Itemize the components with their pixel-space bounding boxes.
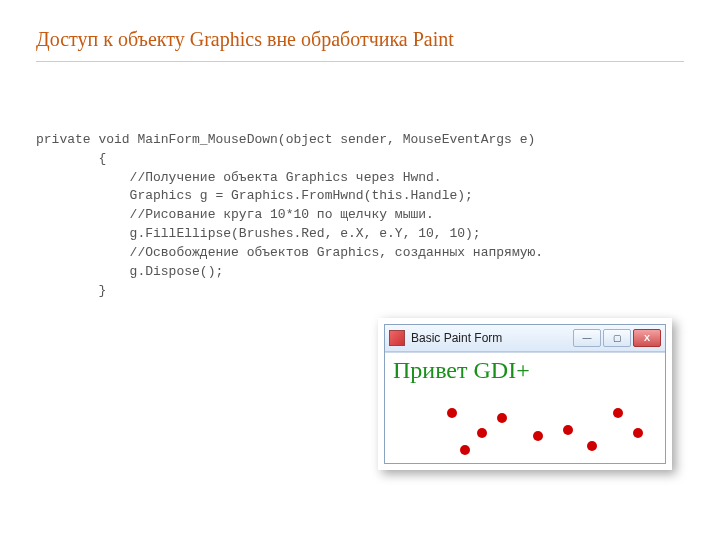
window-frame: Basic Paint Form — ▢ X Привет GDI+ [384,324,666,464]
red-dot [533,431,543,441]
red-dot [477,428,487,438]
code-line: //Рисование круга 10*10 по щелчку мыши. [36,207,434,222]
minimize-button[interactable]: — [573,329,601,347]
red-dot [497,413,507,423]
code-line: } [36,283,106,298]
red-dot [613,408,623,418]
window-title: Basic Paint Form [411,331,571,345]
red-dot [563,425,573,435]
slide: Доступ к объекту Graphics вне обработчик… [0,0,720,540]
code-block: private void MainForm_MouseDown(object s… [36,112,684,300]
red-dot [460,445,470,455]
code-line: private void MainForm_MouseDown(object s… [36,132,535,147]
code-line: //Получение объекта Graphics через Hwnd. [36,170,442,185]
client-area[interactable]: Привет GDI+ [385,352,665,463]
red-dot [447,408,457,418]
titlebar: Basic Paint Form — ▢ X [385,325,665,352]
code-line: g.Dispose(); [36,264,223,279]
slide-title: Доступ к объекту Graphics вне обработчик… [36,28,684,62]
code-line: { [36,151,106,166]
app-icon [389,330,405,346]
code-line: //Освобождение объектов Graphics, создан… [36,245,543,260]
maximize-button[interactable]: ▢ [603,329,631,347]
code-line: Graphics g = Graphics.FromHwnd(this.Hand… [36,188,473,203]
form-screenshot: Basic Paint Form — ▢ X Привет GDI+ [378,318,672,470]
close-button[interactable]: X [633,329,661,347]
greeting-text: Привет GDI+ [393,357,530,384]
red-dot [587,441,597,451]
code-line: g.FillEllipse(Brushes.Red, e.X, e.Y, 10,… [36,226,481,241]
red-dot [633,428,643,438]
